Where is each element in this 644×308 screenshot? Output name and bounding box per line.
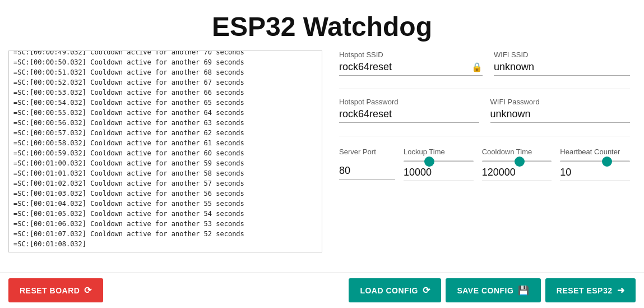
- hotspot-password-group: Hotspot Password: [339, 98, 479, 123]
- heartbeat-counter-group: Heartbeat Counter: [560, 148, 630, 181]
- lockup-time-label: Lockup Time: [404, 148, 474, 156]
- save-config-label: SAVE CONFIG: [457, 286, 513, 295]
- log-line: =SC:[00:00:54.032] Cooldown active for a…: [13, 98, 317, 108]
- save-config-button[interactable]: SAVE CONFIG 💾: [446, 278, 540, 302]
- log-line: =SC:[00:00:49.032] Cooldown active for a…: [13, 50, 317, 57]
- hotspot-ssid-input[interactable]: [339, 61, 469, 73]
- log-line: =SC:[00:00:58.032] Cooldown active for a…: [13, 138, 317, 148]
- reset-board-button[interactable]: RESET BOARD ⟳: [8, 278, 103, 302]
- log-line: =SC:[00:00:55.032] Cooldown active for a…: [13, 108, 317, 118]
- log-line: =SC:[00:01:04.032] Cooldown active for a…: [13, 199, 317, 209]
- lockup-time-input[interactable]: [404, 167, 474, 181]
- lockup-time-group: Lockup Time: [404, 148, 474, 181]
- server-port-group: Server Port: [339, 148, 395, 181]
- config-panel: Hotspot SSID 🔒 WIFI SSID Hotspot Passwor…: [333, 50, 636, 272]
- load-config-label: LOAD CONFIG: [360, 286, 418, 295]
- heartbeat-counter-input[interactable]: [560, 167, 630, 181]
- load-icon: ⟳: [423, 285, 430, 296]
- wifi-ssid-group: WIFI SSID: [494, 50, 630, 76]
- log-line: =SC:[00:01:08.032]: [13, 239, 317, 249]
- log-line: =SC:[00:00:51.032] Cooldown active for a…: [13, 67, 317, 77]
- page-title: ESP32 Watchdog: [0, 0, 644, 50]
- log-line: =SC:[00:00:56.032] Cooldown active for a…: [13, 118, 317, 128]
- log-line: =SC:[00:00:57.032] Cooldown active for a…: [13, 128, 317, 138]
- cooldown-time-group: Cooldown Time: [482, 148, 552, 181]
- log-line: =SC:[00:00:50.032] Cooldown active for a…: [13, 57, 317, 67]
- log-line: =SC:[00:00:59.032] Cooldown active for a…: [13, 148, 317, 158]
- wifi-ssid-input[interactable]: [494, 61, 630, 73]
- log-line: =SC:[00:01:01.032] Cooldown active for a…: [13, 168, 317, 178]
- log-line: =SC:[00:01:06.032] Cooldown active for a…: [13, 219, 317, 229]
- log-line: =SC:[00:00:52.032] Cooldown active for a…: [13, 77, 317, 88]
- reset-esp32-button[interactable]: RESET ESP32 ➜: [545, 278, 636, 302]
- wifi-password-label: WIFI Password: [490, 98, 631, 106]
- bottom-bar-right: LOAD CONFIG ⟳ SAVE CONFIG 💾 RESET ESP32 …: [349, 278, 636, 302]
- log-line: =SC:[00:01:07.032] Cooldown active for a…: [13, 229, 317, 239]
- cooldown-time-input[interactable]: [482, 167, 552, 181]
- hotspot-password-input[interactable]: [339, 108, 479, 120]
- wifi-password-input[interactable]: [490, 108, 631, 120]
- reset-board-label: RESET BOARD: [20, 286, 80, 295]
- lockup-time-slider[interactable]: [404, 160, 474, 162]
- lock-icon: 🔒: [471, 62, 483, 72]
- log-panel: =SC:[00:00:41.032] Cooldown active for a…: [8, 50, 322, 252]
- heartbeat-counter-label: Heartbeat Counter: [560, 148, 630, 156]
- hotspot-ssid-label: Hotspot SSID: [339, 50, 483, 59]
- hotspot-ssid-group: Hotspot SSID 🔒: [339, 50, 483, 76]
- bottom-bar: RESET BOARD ⟳ LOAD CONFIG ⟳ SAVE CONFIG …: [0, 272, 644, 308]
- server-port-input[interactable]: [339, 165, 395, 180]
- log-line: =SC:[00:01:02.032] Cooldown active for a…: [13, 178, 317, 189]
- server-port-label: Server Port: [339, 148, 395, 156]
- save-icon: 💾: [518, 285, 530, 296]
- hotspot-password-label: Hotspot Password: [339, 98, 479, 106]
- load-config-button[interactable]: LOAD CONFIG ⟳: [349, 278, 441, 302]
- heartbeat-counter-slider[interactable]: [560, 160, 630, 162]
- log-line: =SC:[00:01:00.032] Cooldown active for a…: [13, 158, 317, 168]
- cooldown-time-slider[interactable]: [482, 160, 552, 162]
- log-line: =SC:[00:01:05.032] Cooldown active for a…: [13, 209, 317, 219]
- bottom-bar-left: RESET BOARD ⟳: [8, 278, 344, 302]
- log-line: =SC:[00:00:53.032] Cooldown active for a…: [13, 88, 317, 98]
- wifi-password-group: WIFI Password: [490, 98, 631, 123]
- arrow-right-icon: ➜: [617, 285, 625, 296]
- wifi-ssid-label: WIFI SSID: [494, 50, 630, 59]
- log-line: =SC:[00:01:03.032] Cooldown active for a…: [13, 189, 317, 199]
- refresh-icon: ⟳: [84, 285, 92, 296]
- reset-esp32-label: RESET ESP32: [557, 286, 613, 295]
- cooldown-time-label: Cooldown Time: [482, 148, 552, 156]
